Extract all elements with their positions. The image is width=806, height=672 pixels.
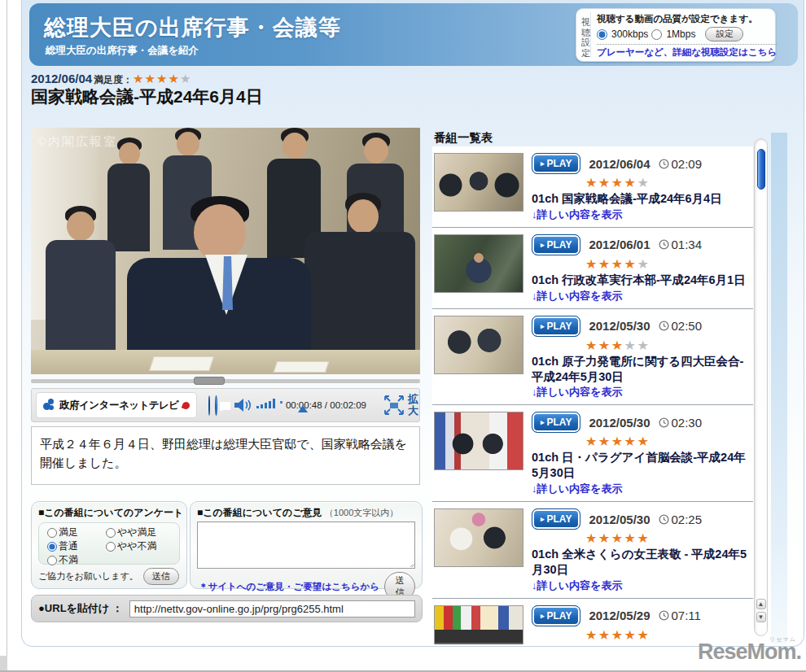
survey-option-futsuu[interactable]: 普通 (47, 539, 106, 553)
volume-slider-handle[interactable] (298, 405, 308, 412)
clock-icon (659, 239, 669, 250)
gov-tv-logo-red-icon (181, 400, 191, 410)
survey-options-box: 満足 やや満足 普通 やや不満 不満 (38, 522, 180, 565)
window-corner (0, 656, 7, 670)
header-subtitle: 総理大臣の出席行事・会議を紹介 (46, 44, 199, 58)
survey-panel: ■この番組についてのアンケート 満足 やや満足 普通 やや不満 不満 (31, 501, 187, 589)
play-button[interactable]: ▸PLAY (532, 234, 580, 255)
video-scene-paper (149, 356, 214, 371)
url-paste-bar: ●URLを貼付け ： (31, 595, 423, 622)
page-header: 総理大臣の出席行事・会議等 総理大臣の出席行事・会議を紹介 視聴設定 視聴する動… (29, 3, 798, 66)
expand-button[interactable]: 拡大 (383, 394, 419, 416)
program-row: ▸PLAY 2012/05/30 02:50 ★★★★★ 01ch 原子力発電所… (432, 309, 753, 406)
survey-submit-button[interactable]: 送信 (143, 568, 179, 585)
program-row-date: 2012/05/30 (589, 319, 650, 333)
program-row-date: 2012/06/01 (589, 238, 650, 251)
pause-button[interactable] (208, 395, 211, 416)
quality-apply-button[interactable]: 設定 (705, 27, 743, 41)
clock-icon (659, 610, 669, 621)
program-thumbnail[interactable] (434, 153, 523, 212)
program-row-title: 01ch 日・パラグアイ首脳会談-平成24年5月30日 (532, 450, 751, 481)
url-input[interactable] (129, 600, 415, 617)
clock-icon (659, 159, 669, 169)
play-button[interactable]: ▸PLAY (532, 316, 580, 337)
program-row: ▸PLAY 2012/05/30 02:25 ★★★★★ 01ch 全米さくらの… (432, 502, 753, 599)
program-row: ▸PLAY 2012/05/30 02:30 ★★★★★ 01ch 日・パラグア… (432, 405, 753, 502)
program-thumbnail[interactable] (434, 316, 523, 374)
play-button[interactable]: ▸PLAY (532, 153, 580, 174)
gov-tv-logo: 政府インターネットテレビ (36, 392, 197, 418)
expand-label: 拡大 (407, 394, 419, 416)
list-scrollbar[interactable]: ▲ ▼ (754, 138, 768, 636)
program-row-date: 2012/06/04 (589, 157, 650, 171)
video-scene-table (31, 350, 420, 374)
volume-slider[interactable] (280, 401, 283, 404)
play-button[interactable]: ▸PLAY (532, 605, 580, 626)
stop-button[interactable] (215, 395, 217, 416)
survey-option-yaya-manzoku[interactable]: やや満足 (106, 526, 174, 539)
gov-tv-logo-text: 政府インターネットテレビ (59, 399, 179, 412)
volume-bars[interactable] (256, 399, 275, 408)
program-thumbnail[interactable] (434, 234, 523, 293)
detail-expand-link[interactable]: ↓詳しい内容を表示 (532, 482, 751, 496)
program-row-title: 01ch 行政改革実行本部-平成24年6月1日 (532, 273, 751, 288)
program-row-title: 01ch 国家戦略会議-平成24年6月4日 (532, 191, 751, 207)
program-description: 平成２４年６月４日、野田総理は総理大臣官邸で、国家戦略会議を開催しました。 (31, 426, 420, 485)
survey-option-yaya-fuman[interactable]: やや不満 (106, 539, 174, 553)
program-row-stars: ★★★★★ (585, 175, 751, 190)
detail-expand-link[interactable]: ↓詳しい内容を表示 (532, 289, 751, 303)
video-scene-figure (304, 193, 415, 374)
program-row-stars: ★★★★★ (585, 256, 751, 272)
feedback-panel: ■この番組についてのご意見 （1000文字以内） ＊サイトへのご意見・ご要望はこ… (190, 501, 423, 589)
play-button[interactable]: ▸PLAY (532, 508, 580, 530)
program-row-duration: 01:34 (672, 238, 703, 251)
survey-option-manzoku[interactable]: 満足 (47, 526, 106, 539)
feedback-limit-note: （1000文字以内） (325, 508, 398, 517)
feedback-textarea[interactable] (197, 521, 415, 569)
program-row-title: 01ch 全米さくらの女王表敬 - 平成24年5月30日 (532, 547, 751, 578)
right-background-strip (771, 133, 787, 644)
program-row: ▸PLAY 2012/06/01 01:34 ★★★★★ 01ch 行政改革実行… (432, 228, 753, 309)
window-edge-line (7, 0, 7, 672)
detail-expand-link[interactable]: ↓詳しい内容を表示 (532, 578, 751, 593)
program-list-heading: 番組一覧表 (434, 130, 493, 146)
resemom-logo: ReseMom. (698, 641, 801, 663)
program-row-duration: 02:30 (672, 416, 703, 430)
video-player[interactable]: ©内閣広報室 (31, 128, 420, 374)
quality-label-300kbps: 300kbps (611, 28, 648, 40)
view-settings-box: 視聴設定 視聴する動画の品質が設定できます。 300kbps 1Mbps 設定 … (576, 8, 776, 62)
quality-label-1mbps: 1Mbps (666, 28, 695, 40)
program-row-stars: ★★★★★ (585, 338, 751, 353)
program-list: ▸PLAY 2012/06/04 02:09 ★★★★★ 01ch 国家戦略会議… (432, 146, 753, 644)
header-title: 総理大臣の出席行事・会議等 (44, 13, 341, 42)
scroll-up-button[interactable]: ▲ (756, 599, 766, 609)
site-feedback-link[interactable]: ＊サイトへのご意見・ご要望はこちらから (199, 581, 379, 593)
detail-settings-link[interactable]: プレーヤーなど、詳細な視聴設定はこちら (597, 46, 777, 59)
quality-radio-300kbps[interactable] (597, 29, 607, 40)
program-row-date: 2012/05/29 (589, 609, 650, 622)
satisfaction-stars: ★★★★★ (133, 72, 191, 86)
program-thumbnail[interactable] (434, 412, 523, 470)
program-row-stars: ★★★★★ (585, 530, 751, 546)
seek-handle[interactable] (194, 377, 225, 385)
program-date: 2012/06/04 (31, 72, 92, 85)
survey-title: ■この番組についてのアンケート (32, 502, 186, 520)
program-row: ▸PLAY 2012/06/04 02:09 ★★★★★ 01ch 国家戦略会議… (432, 146, 753, 228)
scroll-down-button[interactable]: ▼ (756, 612, 766, 622)
url-paste-label: ●URLを貼付け ： (38, 601, 123, 616)
survey-option-fuman[interactable]: 不満 (47, 553, 106, 567)
clock-icon (659, 321, 669, 331)
speaker-icon (234, 399, 253, 412)
time-separator: / (325, 400, 327, 410)
detail-expand-link[interactable]: ↓詳しい内容を表示 (532, 385, 751, 399)
total-time: 00:02:09 (330, 400, 366, 410)
quality-radio-1mbps[interactable] (651, 29, 662, 40)
program-thumbnail[interactable] (434, 605, 523, 644)
list-scrollbar-thumb[interactable] (757, 149, 765, 190)
play-button[interactable]: ▸PLAY (532, 412, 580, 433)
clock-icon (659, 417, 669, 428)
program-thumbnail[interactable] (434, 508, 523, 567)
seek-bar[interactable] (31, 379, 420, 383)
program-row-duration: 02:25 (672, 513, 703, 526)
detail-expand-link[interactable]: ↓詳しい内容を表示 (532, 207, 751, 222)
